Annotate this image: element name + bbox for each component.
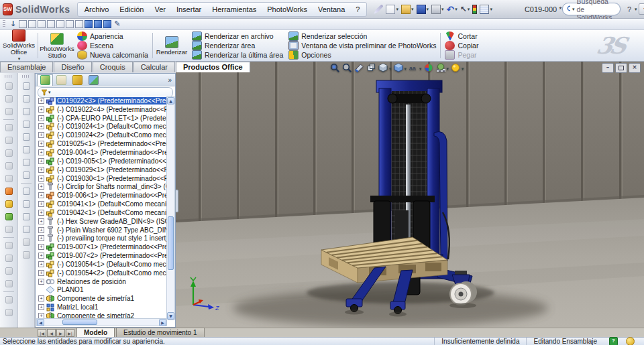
tab-ensamblaje[interactable]: Ensamblaje: [0, 62, 53, 72]
render-button[interactable]: Renderizar: [154, 31, 189, 60]
view-toolbar-button[interactable]: [19, 106, 33, 117]
left-toolbar-button[interactable]: [2, 186, 15, 197]
left-toolbar-button[interactable]: [2, 135, 15, 146]
tree-item[interactable]: +(-) Plain Washer 6902 Type ABC_DIN<9> (…: [36, 226, 168, 234]
photoworks-studio-button[interactable]: PhotoWorks Studio: [40, 31, 74, 60]
tree-horizontal-scrollbar[interactable]: ◀ ▶: [36, 318, 167, 326]
doc-minimize-button[interactable]: –: [602, 63, 614, 73]
performance-monitor-button[interactable]: [471, 4, 478, 15]
expand-icon[interactable]: +: [38, 176, 44, 182]
tab-diseño[interactable]: Diseño: [54, 62, 91, 72]
tree-item[interactable]: +C019-007<1> (Predeterminado<<Predeterm: [36, 243, 168, 251]
left-toolbar-button[interactable]: [2, 160, 15, 171]
tree-item[interactable]: +Relaciones de posición: [36, 277, 168, 286]
dropdown-icon[interactable]: ▾: [396, 7, 398, 12]
dropdown-icon[interactable]: ▾: [447, 66, 449, 72]
tab-croquis[interactable]: Croquis: [93, 62, 133, 72]
render-light-button[interactable]: ▾: [451, 63, 464, 75]
left-toolbar-button[interactable]: [2, 173, 15, 184]
view-toolbar-button[interactable]: [19, 236, 33, 248]
apariencia-button[interactable]: Apariencia: [77, 31, 148, 41]
dropdown-icon[interactable]: ▾: [490, 7, 492, 12]
tree-item[interactable]: PLANO1: [36, 286, 168, 295]
standard-view-icon[interactable]: [75, 20, 83, 28]
tree-item[interactable]: +C019025<1> (Predeterminado<<Predetermi: [36, 139, 168, 148]
dropdown-icon[interactable]: ▾: [455, 7, 458, 12]
left-toolbar-button[interactable]: [2, 224, 15, 235]
toolbar-grip[interactable]: [22, 75, 30, 78]
left-toolbar-button[interactable]: [2, 198, 15, 210]
view-toolbar-button[interactable]: [19, 144, 33, 155]
view-toolbar-button[interactable]: [19, 80, 33, 92]
expand-icon[interactable]: +: [38, 253, 44, 259]
view-toolbar-button[interactable]: [19, 93, 33, 105]
expand-icon[interactable]: +: [38, 227, 44, 233]
view-toolbar-button[interactable]: [19, 186, 33, 197]
expand-icon[interactable]: +: [38, 149, 44, 155]
renderizar-rea-button[interactable]: Renderizar área: [192, 41, 283, 50]
redline-pen-button[interactable]: [372, 4, 384, 15]
standard-view-icon[interactable]: [38, 20, 46, 28]
pegar-button[interactable]: Pegar: [445, 50, 478, 60]
expand-icon[interactable]: +: [38, 192, 44, 198]
tree-item[interactable]: +(-) prevailing torque nut style 1 inser…: [36, 234, 168, 243]
tree-item[interactable]: +Componente de simetría1: [36, 294, 168, 303]
dropdown-icon[interactable]: ▾: [441, 7, 444, 12]
renderizar-la-ltima-rea-button[interactable]: Renderizar la última área: [192, 50, 283, 60]
expand-icon[interactable]: +: [38, 295, 44, 301]
display-style-icon[interactable]: [103, 20, 111, 28]
tree-item[interactable]: +C019041<1> (Default<Como mecanizada> <: [36, 200, 168, 208]
menu-insertar[interactable]: Insertar: [171, 5, 207, 13]
expand-icon[interactable]: +: [38, 141, 44, 147]
display-style-icon[interactable]: [94, 20, 102, 28]
quick-tips-icon[interactable]: ?: [609, 337, 618, 345]
left-toolbar-button[interactable]: [2, 240, 15, 251]
tree-item[interactable]: +C019022<3> (Predeterminado<<Predetermi: [36, 96, 168, 105]
tree-item[interactable]: +(-) Circlip for Shafts normal_din<3> (C…: [36, 182, 168, 191]
minimize-button[interactable]: –: [639, 3, 644, 15]
tree-item[interactable]: +(-) C019024<2> (Default<Como mecanizada: [36, 131, 168, 139]
photoworks-status-icon[interactable]: [626, 337, 635, 345]
view-toolbar-button[interactable]: [19, 169, 33, 181]
dropdown-icon[interactable]: ▾: [427, 7, 429, 12]
view-toolbar-button[interactable]: [19, 131, 33, 143]
expand-icon[interactable]: +: [38, 201, 44, 207]
menu-edicin[interactable]: Edición: [114, 5, 149, 13]
left-toolbar-button[interactable]: [2, 253, 15, 264]
expand-icon[interactable]: +: [38, 115, 44, 121]
panel-overflow-button[interactable]: »: [168, 76, 174, 84]
tree-item[interactable]: +C019-004<1> (Predeterminado<<Predeterm: [36, 148, 168, 157]
tab-scroll-button[interactable]: ◀: [47, 329, 56, 337]
tree-item[interactable]: +(-) C019054<2> (Default<Como mecanizada: [36, 269, 168, 277]
left-toolbar-button[interactable]: [2, 106, 15, 117]
expand-icon[interactable]: +: [38, 167, 44, 173]
measure-tool-icon[interactable]: ✎: [113, 20, 121, 28]
nueva-calcoman-a-button[interactable]: Nueva calcomanía: [77, 50, 148, 60]
display-style-button[interactable]: ▾: [378, 63, 392, 75]
expand-icon[interactable]: +: [38, 235, 44, 241]
edit-appearance-button[interactable]: [424, 63, 434, 75]
expand-icon[interactable]: +: [38, 158, 44, 164]
toolbar-grip[interactable]: [5, 75, 13, 78]
view-toolbar-button[interactable]: [19, 119, 33, 130]
view-toolbar-button[interactable]: [19, 157, 33, 168]
left-toolbar-button[interactable]: [2, 147, 15, 159]
tab-scroll-button[interactable]: ▶|: [66, 329, 74, 337]
dropdown-icon[interactable]: ▾: [462, 66, 464, 72]
expand-icon[interactable]: +: [38, 218, 44, 224]
tree-item[interactable]: +C019042<1> (Default<Como mecanizada> <: [36, 208, 168, 217]
exploded-view-arrow-icon[interactable]: ↓: [9, 20, 17, 28]
view-orientation-button[interactable]: [366, 63, 376, 75]
search-input[interactable]: ▾ Búsqueda de SolidWorks: [562, 3, 621, 15]
left-toolbar-button[interactable]: [2, 294, 15, 305]
view-toolbar-button[interactable]: [19, 198, 33, 210]
save-document-button[interactable]: ▾: [415, 4, 431, 15]
view-toolbar-button[interactable]: [19, 249, 33, 261]
expand-icon[interactable]: +: [38, 98, 44, 104]
apply-scene-button[interactable]: ▾: [436, 63, 449, 75]
expand-icon[interactable]: +: [38, 210, 44, 216]
doc-close-button[interactable]: ×: [629, 63, 641, 73]
print-document-button[interactable]: ▾: [430, 4, 445, 15]
standard-view-icon[interactable]: [47, 20, 55, 28]
displaymanager-tab[interactable]: [85, 74, 101, 86]
